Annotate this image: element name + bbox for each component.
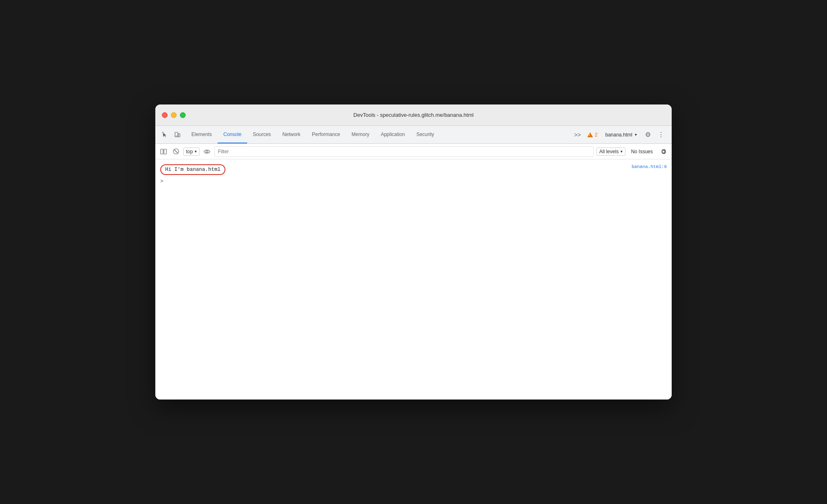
tab-bar: Elements Console Sources Network Perform…: [155, 126, 672, 144]
svg-line-9: [174, 150, 178, 153]
device-icon: [174, 132, 181, 138]
console-toolbar: top ▾ All levels ▾ No Issues: [155, 144, 672, 159]
svg-rect-7: [164, 149, 166, 154]
warning-triangle-icon: [587, 132, 593, 137]
console-settings-button[interactable]: [659, 147, 668, 157]
no-issues-label: No Issues: [628, 148, 656, 155]
tab-security[interactable]: Security: [411, 126, 440, 143]
live-expressions-button[interactable]: [202, 147, 212, 157]
tab-memory[interactable]: Memory: [346, 126, 375, 143]
filename-selector[interactable]: banana.html ▾: [602, 131, 641, 139]
svg-rect-2: [162, 133, 163, 134]
chevron-down-icon: ▾: [635, 132, 637, 137]
levels-chevron-icon: ▾: [620, 149, 623, 154]
tab-elements[interactable]: Elements: [186, 126, 218, 143]
context-chevron-icon: ▾: [195, 149, 197, 154]
prompt-chevron-icon: >: [160, 178, 164, 184]
console-source-link[interactable]: banana.html:8: [632, 164, 667, 169]
tab-application[interactable]: Application: [375, 126, 411, 143]
svg-point-11: [206, 150, 208, 152]
issues-badge[interactable]: 2: [585, 132, 600, 138]
tab-console[interactable]: Console: [218, 126, 247, 143]
more-options-button[interactable]: ⋮: [655, 129, 667, 141]
svg-rect-6: [161, 149, 163, 154]
cursor-icon: [162, 132, 168, 138]
traffic-lights: [162, 112, 186, 118]
svg-rect-0: [162, 132, 163, 133]
filter-input[interactable]: [214, 146, 594, 157]
tab-network[interactable]: Network: [277, 126, 306, 143]
console-entry: Hi I'm banana.html banana.html:8: [160, 163, 667, 177]
console-content: Hi I'm banana.html banana.html:8 >: [155, 159, 672, 400]
svg-rect-4: [178, 134, 180, 137]
tab-bar-right: >> 2 banana.html ▾ ⚙ ⋮: [568, 126, 670, 143]
maximize-button[interactable]: [180, 112, 186, 118]
sidebar-toggle-button[interactable]: [159, 147, 168, 157]
title-bar: DevTools - speculative-rules.glitch.me/b…: [155, 104, 672, 126]
window-title: DevTools - speculative-rules.glitch.me/b…: [353, 112, 473, 118]
tab-bar-left-icons: [157, 126, 186, 143]
svg-rect-1: [164, 132, 164, 132]
context-selector[interactable]: top ▾: [183, 148, 200, 156]
minimize-button[interactable]: [171, 112, 177, 118]
inspect-element-button[interactable]: [159, 129, 171, 141]
device-toolbar-button[interactable]: [172, 129, 183, 141]
console-prompt: >: [160, 177, 667, 186]
tabs-container: Elements Console Sources Network Perform…: [186, 126, 568, 143]
clear-console-button[interactable]: [171, 147, 181, 157]
sidebar-toggle-icon: [160, 148, 167, 155]
console-message-text: Hi I'm banana.html: [160, 164, 225, 175]
devtools-window: DevTools - speculative-rules.glitch.me/b…: [155, 104, 672, 400]
settings-gear-icon: [660, 148, 667, 155]
eye-icon: [204, 148, 210, 155]
log-levels-selector[interactable]: All levels ▾: [596, 148, 625, 156]
settings-button[interactable]: ⚙: [642, 129, 654, 141]
tab-sources[interactable]: Sources: [247, 126, 277, 143]
clear-icon: [173, 148, 179, 154]
close-button[interactable]: [162, 112, 168, 118]
more-tabs-button[interactable]: >>: [572, 129, 583, 141]
tab-performance[interactable]: Performance: [306, 126, 346, 143]
console-message: Hi I'm banana.html: [160, 164, 225, 175]
